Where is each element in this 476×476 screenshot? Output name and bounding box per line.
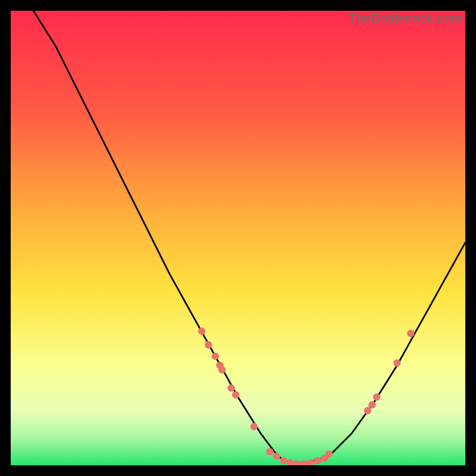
- watermark-text: TheBottleneck.com: [348, 11, 462, 26]
- chart-svg: [11, 11, 465, 465]
- data-point: [368, 401, 375, 408]
- data-point: [205, 341, 212, 348]
- data-point: [325, 450, 333, 458]
- data-point: [198, 327, 205, 334]
- data-point: [273, 453, 280, 460]
- data-point: [212, 352, 219, 359]
- data-point: [266, 448, 273, 455]
- data-point: [393, 359, 400, 367]
- data-point: [280, 457, 287, 464]
- data-point: [227, 384, 234, 392]
- data-point: [218, 366, 226, 373]
- data-point: [232, 391, 239, 398]
- data-point: [407, 330, 414, 337]
- data-point: [250, 423, 258, 430]
- chart-frame: TheBottleneck.com: [11, 11, 465, 465]
- data-point: [314, 457, 321, 464]
- data-point: [373, 393, 380, 400]
- data-point: [364, 407, 371, 414]
